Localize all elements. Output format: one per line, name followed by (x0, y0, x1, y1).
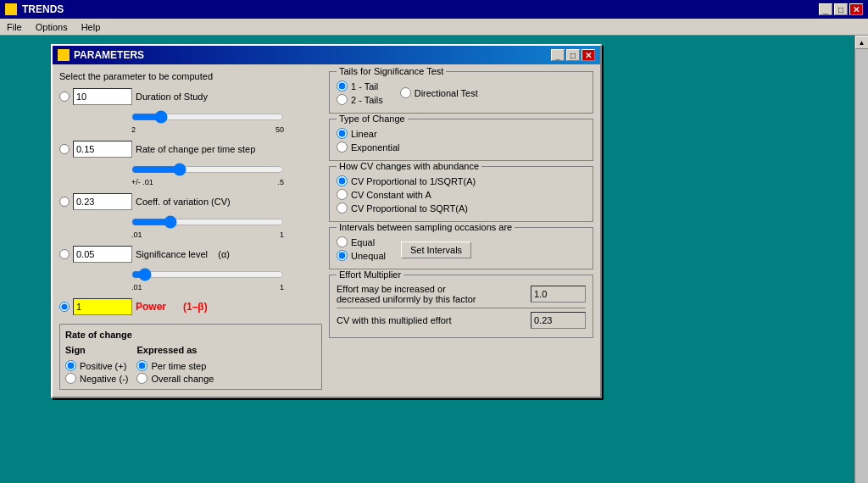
dialog-icon (58, 49, 70, 61)
linear-radio[interactable] (337, 128, 348, 139)
cv-slider-container: .01 1 (131, 215, 322, 239)
directional-radio[interactable] (400, 87, 411, 98)
menu-options[interactable]: Options (29, 20, 75, 34)
app-icon (5, 3, 17, 15)
cv-slider-labels: .01 1 (131, 230, 284, 239)
sig-slider-container: .01 1 (131, 268, 322, 291)
right-panel: Tails for Significance Test 1 - Tail (329, 71, 593, 390)
set-intervals-button[interactable]: Set Intervals (401, 242, 471, 258)
rate-of-change-box: Rate of change Sign Positive (+) Negativ… (59, 324, 322, 390)
intervals-options: Equal Unequal (337, 236, 386, 264)
equal-row: Equal (337, 236, 386, 247)
cv-const-label: CV Constant with A (351, 190, 431, 200)
app-maximize-btn[interactable]: □ (834, 3, 848, 15)
dialog-controls: _ □ ✕ (551, 49, 595, 61)
per-time-row: Per time step (136, 360, 214, 371)
exponential-radio[interactable] (337, 142, 348, 153)
power-row: Power (1–β) (59, 298, 322, 315)
cv-prop-invsqrt-row: CV Proportional to 1/SQRT(A) (337, 175, 586, 186)
dialog-body: Select the parameter to be computed Dura… (53, 64, 600, 397)
menu-help[interactable]: Help (75, 20, 108, 34)
cv-radio[interactable] (59, 197, 70, 207)
app-menubar: File Options Help (0, 19, 868, 36)
effort-input1[interactable] (531, 286, 586, 303)
tails-title: Tails for Significance Test (337, 66, 446, 76)
cv-prop-sqrt-label: CV Proportional to SQRT(A) (351, 203, 468, 214)
scroll-up-arrow[interactable]: ▲ (855, 36, 869, 49)
menu-file[interactable]: File (0, 20, 29, 34)
cv-changes-group: How CV changes with abundance CV Proport… (329, 166, 593, 222)
app-close-btn[interactable]: ✕ (849, 3, 863, 15)
unequal-row: Unequal (337, 250, 386, 261)
positive-row: Positive (+) (65, 360, 128, 371)
cv-const-row: CV Constant with A (337, 189, 586, 200)
cv-slider[interactable] (131, 215, 284, 229)
sign-col: Sign Positive (+) Negative (-) (65, 345, 128, 384)
linear-label: Linear (351, 129, 377, 139)
intervals-row: Equal Unequal Set Intervals (337, 236, 586, 264)
unequal-radio[interactable] (337, 250, 348, 261)
one-tail-radio[interactable] (337, 80, 348, 92)
cv-changes-content: CV Proportional to 1/SQRT(A) CV Constant… (337, 175, 586, 214)
equal-radio[interactable] (337, 236, 348, 247)
rate-slider-max: .5 (277, 178, 284, 186)
negative-radio[interactable] (65, 373, 76, 384)
duration-radio[interactable] (59, 92, 70, 102)
parameters-dialog: PARAMETERS _ □ ✕ Select the parameter to… (51, 44, 602, 398)
cv-prop-sqrt-radio[interactable] (337, 203, 348, 214)
rate-slider[interactable] (131, 163, 284, 176)
directional-label: Directional Test (415, 88, 478, 98)
rate-box-title: Rate of change (65, 330, 316, 340)
sig-input[interactable] (73, 246, 132, 263)
expressed-title: Expressed as (136, 345, 214, 355)
sig-label: Significance level (α) (136, 249, 322, 259)
dialog-minimize-btn[interactable]: _ (551, 49, 565, 61)
dialog-titlebar: PARAMETERS _ □ ✕ (53, 46, 600, 64)
one-tail-row: 1 - Tail (337, 80, 383, 92)
cv-slider-max: 1 (280, 230, 284, 239)
left-section-label: Select the parameter to be computed (59, 71, 322, 81)
type-change-content: Linear Exponential (337, 128, 586, 153)
app-minimize-btn[interactable]: _ (819, 3, 832, 15)
power-label: Power (1–β) (136, 301, 322, 313)
per-time-label: Per time step (151, 361, 206, 371)
effort-box: Effort Multiplier Effort may be increase… (329, 275, 593, 338)
cv-const-radio[interactable] (337, 189, 348, 200)
cv-prop-sqrt-row: CV Proportional to SQRT(A) (337, 203, 586, 214)
effort-input2[interactable] (531, 312, 586, 329)
effort-text1: Effort may be increased or decreased uni… (337, 284, 481, 304)
app-titlebar: TRENDS _ □ ✕ (0, 0, 868, 19)
cv-prop-invsqrt-radio[interactable] (337, 175, 348, 186)
sig-slider[interactable] (131, 268, 284, 281)
dialog-maximize-btn[interactable]: □ (566, 49, 580, 61)
duration-slider[interactable] (131, 110, 284, 124)
effort-title: Effort Multiplier (337, 269, 403, 280)
rate-row: Rate of change per time step (59, 141, 322, 158)
positive-radio[interactable] (65, 360, 76, 371)
linear-row: Linear (337, 128, 586, 139)
type-change-group: Type of Change Linear Exponential (329, 119, 593, 161)
cv-input[interactable] (73, 193, 132, 210)
sig-radio[interactable] (59, 249, 70, 259)
overall-radio[interactable] (136, 373, 147, 384)
negative-label: Negative (-) (80, 374, 128, 384)
sig-slider-min: .01 (131, 283, 142, 291)
app-scrollbar[interactable]: ▲ ▼ (854, 36, 868, 483)
rate-slider-container: +/- .01 .5 (131, 163, 322, 186)
rate-inner: Sign Positive (+) Negative (-) Exp (65, 345, 316, 384)
negative-row: Negative (-) (65, 373, 128, 384)
directional-row: Directional Test (400, 87, 478, 98)
rate-radio[interactable] (59, 144, 70, 154)
app-title: TRENDS (22, 3, 64, 15)
dialog-close-btn[interactable]: ✕ (581, 49, 595, 61)
duration-input[interactable] (73, 88, 132, 105)
desktop: ▲ ▼ PARAMETERS _ □ ✕ Select the paramete… (0, 36, 868, 483)
power-input[interactable] (73, 298, 132, 315)
tails-group: Tails for Significance Test 1 - Tail (329, 71, 593, 114)
power-radio[interactable] (59, 302, 70, 312)
intervals-title: Intervals between sampling occasions are (337, 222, 515, 232)
sig-slider-max: 1 (280, 283, 284, 291)
rate-input[interactable] (73, 141, 132, 158)
two-tail-radio[interactable] (337, 94, 348, 105)
per-time-radio[interactable] (136, 360, 147, 371)
